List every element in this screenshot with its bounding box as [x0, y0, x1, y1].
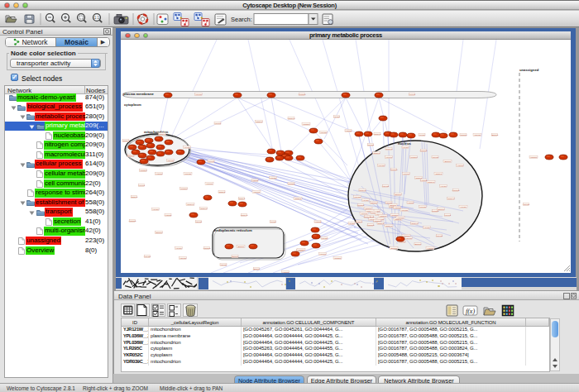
svg-text:YPR12W: YPR12W	[391, 214, 400, 216]
svg-text:YOL08C: YOL08C	[220, 264, 227, 265]
svg-text:YOL08C: YOL08C	[195, 221, 203, 222]
svg-text:YPR12W: YPR12W	[180, 188, 189, 189]
svg-text:plasma membrane: plasma membrane	[123, 92, 154, 96]
svg-text:Search:: Search:	[231, 16, 252, 23]
svg-text:YGR19W: YGR19W	[363, 216, 371, 218]
svg-text:YKL06C: YKL06C	[214, 122, 222, 124]
svg-text:YDR39C: YDR39C	[415, 177, 423, 179]
svg-text:YBR11W: YBR11W	[253, 268, 261, 270]
svg-text:YMR20W: YMR20W	[373, 220, 381, 222]
svg-text:YOL08C: YOL08C	[167, 160, 175, 161]
svg-text:YJL45C: YJL45C	[184, 146, 190, 148]
svg-text:YJL45C: YJL45C	[270, 221, 276, 222]
svg-text:YGR19W: YGR19W	[427, 181, 435, 183]
svg-text:YGR19W: YGR19W	[240, 214, 248, 216]
svg-text:YHR05C: YHR05C	[282, 271, 290, 273]
svg-text:YLR43C: YLR43C	[144, 256, 151, 257]
svg-text:1:1: 1:1	[94, 16, 100, 20]
svg-text:YMR20W: YMR20W	[402, 235, 410, 237]
svg-text:YPR12W: YPR12W	[390, 169, 399, 170]
svg-text:YPR12W: YPR12W	[299, 93, 307, 95]
svg-text:YHR05C: YHR05C	[457, 165, 464, 166]
svg-text:YBR11W: YBR11W	[395, 194, 403, 195]
svg-text:YMR20W: YMR20W	[529, 156, 538, 158]
svg-text:YMR20W: YMR20W	[452, 189, 460, 191]
svg-text:YKL06C: YKL06C	[397, 217, 404, 218]
svg-text:YLR43C: YLR43C	[367, 144, 375, 146]
svg-text:YBR11W: YBR11W	[390, 204, 398, 206]
svg-text:YHR05C: YHR05C	[165, 214, 172, 216]
svg-text:YHR05C: YHR05C	[427, 247, 434, 249]
svg-text:YDR39C: YDR39C	[238, 198, 246, 199]
svg-text:YDR39C: YDR39C	[380, 215, 387, 217]
svg-text:YPR12W: YPR12W	[288, 183, 296, 184]
svg-text:unassigned: unassigned	[519, 68, 539, 72]
svg-text:YPR12W: YPR12W	[303, 123, 311, 125]
svg-text:YBR11W: YBR11W	[156, 232, 164, 233]
svg-text:YHR05C: YHR05C	[314, 221, 322, 222]
svg-text:YGR19W: YGR19W	[186, 203, 194, 205]
svg-text:YDR39C: YDR39C	[294, 198, 302, 199]
svg-text:YDR39C: YDR39C	[373, 152, 380, 154]
svg-text:YLR43C: YLR43C	[354, 196, 361, 198]
svg-text:YKL06C: YKL06C	[409, 93, 416, 95]
svg-text:YGR19W: YGR19W	[385, 148, 393, 150]
svg-text:YGR19W: YGR19W	[385, 225, 393, 227]
svg-text:YJL45C: YJL45C	[419, 134, 425, 136]
svg-text:YBR11W: YBR11W	[438, 208, 446, 210]
svg-text:YJL45C: YJL45C	[460, 206, 467, 208]
svg-text:f(x): f(x)	[466, 308, 475, 315]
svg-text:YGR19W: YGR19W	[410, 222, 419, 224]
svg-text:YHR05C: YHR05C	[251, 179, 259, 181]
svg-text:YBR11W: YBR11W	[371, 202, 379, 203]
svg-text:YDR39C: YDR39C	[122, 140, 130, 141]
svg-text:YHR05C: YHR05C	[394, 207, 401, 208]
svg-text:YGR19W: YGR19W	[158, 133, 166, 135]
svg-text:YJL45C: YJL45C	[333, 116, 340, 117]
svg-text:YOL08C: YOL08C	[523, 203, 530, 205]
svg-text:nucleus: nucleus	[398, 141, 411, 146]
svg-text:YKL06C: YKL06C	[208, 160, 215, 162]
svg-text:cytoplasm: cytoplasm	[124, 103, 141, 107]
svg-text:YPR12W: YPR12W	[298, 249, 306, 251]
svg-text:YBR11W: YBR11W	[414, 243, 423, 245]
svg-text:YGR19W: YGR19W	[373, 133, 381, 135]
svg-text:YJL45C: YJL45C	[348, 222, 355, 224]
svg-text:YLR43C: YLR43C	[195, 93, 203, 95]
svg-text:YDR39C: YDR39C	[131, 196, 138, 198]
svg-text:YHR05C: YHR05C	[345, 130, 352, 131]
svg-text:YJL45C: YJL45C	[152, 208, 159, 210]
svg-text:endoplasmic reticulum: endoplasmic reticulum	[214, 228, 252, 232]
svg-text:YKL06C: YKL06C	[444, 214, 452, 216]
svg-text:YOL08C: YOL08C	[405, 237, 413, 239]
svg-text:YKL06C: YKL06C	[138, 184, 146, 186]
svg-text:YPR12W: YPR12W	[357, 204, 366, 206]
svg-text:YDR39C: YDR39C	[356, 221, 363, 222]
svg-text:YJL45C: YJL45C	[423, 227, 430, 228]
svg-text:YMR20W: YMR20W	[366, 224, 375, 226]
svg-text:YMR20W: YMR20W	[364, 208, 372, 209]
svg-text:YDR39C: YDR39C	[256, 121, 263, 122]
svg-text:YGR19W: YGR19W	[287, 117, 295, 119]
svg-text:YLR43C: YLR43C	[419, 206, 427, 208]
svg-text:YOL08C: YOL08C	[436, 235, 443, 237]
svg-text:YKL06C: YKL06C	[361, 213, 368, 214]
svg-text:YLR43C: YLR43C	[378, 165, 385, 166]
svg-text:YOL08C: YOL08C	[385, 202, 393, 203]
svg-text:YGR19W: YGR19W	[447, 198, 455, 199]
svg-text:YKL06C: YKL06C	[403, 173, 410, 174]
svg-text:YBR11W: YBR11W	[444, 160, 452, 162]
svg-text:YBR11W: YBR11W	[491, 134, 500, 136]
svg-text:YKL06C: YKL06C	[319, 253, 327, 255]
svg-text:YGR19W: YGR19W	[358, 189, 366, 191]
svg-text:YOL08C: YOL08C	[382, 185, 390, 187]
svg-text:YDR39C: YDR39C	[218, 191, 226, 193]
svg-text:YOL08C: YOL08C	[432, 156, 439, 158]
svg-text:YKL06C: YKL06C	[253, 191, 261, 193]
svg-text:YLR43C: YLR43C	[321, 237, 328, 239]
svg-text:YLR43C: YLR43C	[401, 209, 409, 211]
svg-text:YOL08C: YOL08C	[179, 257, 187, 259]
svg-text:YMR20W: YMR20W	[128, 220, 136, 222]
svg-text:YHR05C: YHR05C	[407, 202, 414, 203]
svg-text:YMR20W: YMR20W	[419, 150, 428, 151]
